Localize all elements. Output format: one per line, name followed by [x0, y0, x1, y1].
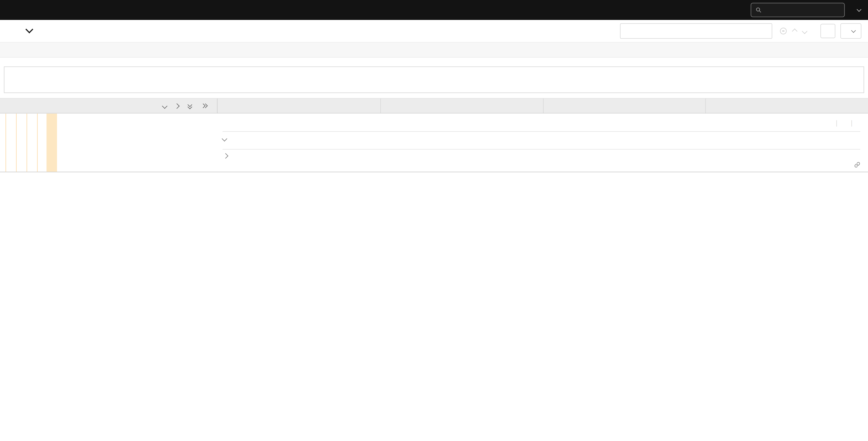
detail-content — [217, 114, 868, 172]
indent-guide — [27, 114, 27, 172]
detail-title-row — [222, 116, 860, 132]
nav-item-system-architecture[interactable] — [51, 0, 66, 20]
chevron-right-icon — [223, 153, 228, 159]
expand-all-icon[interactable] — [202, 102, 208, 109]
service-operation-header — [0, 98, 217, 113]
span-id-row — [222, 161, 860, 168]
timeline-header — [0, 98, 868, 114]
trace-lookup-input[interactable] — [764, 5, 839, 14]
about-jaeger-menu[interactable] — [853, 9, 860, 11]
chevron-down-icon — [222, 136, 227, 142]
detail-duration — [830, 119, 845, 127]
process-section[interactable] — [222, 149, 860, 158]
nav-item-monitor[interactable] — [66, 0, 82, 20]
ruler-gridline — [380, 98, 381, 113]
minimap-canvas[interactable] — [4, 66, 864, 93]
trace-minimap[interactable] — [4, 59, 864, 93]
jaeger-trace-page — [0, 0, 868, 441]
detail-indent-gutter — [0, 114, 217, 172]
find-input[interactable] — [620, 23, 772, 39]
selected-span-guide — [46, 114, 57, 172]
chevron-down-icon — [857, 7, 861, 11]
zoom-out-icon[interactable] — [780, 28, 786, 34]
minimap-ticks — [4, 59, 864, 66]
trace-lookup-box[interactable] — [750, 3, 844, 17]
collapse-one-icon[interactable] — [162, 103, 167, 109]
trace-header-controls — [620, 23, 862, 39]
top-navbar — [0, 0, 868, 20]
back-button[interactable] — [6, 31, 25, 32]
collapse-all-icon[interactable] — [187, 102, 193, 109]
indent-guide — [37, 114, 37, 172]
find-next-icon[interactable] — [802, 28, 807, 34]
nav-item-compare[interactable] — [35, 0, 51, 20]
find-controls — [780, 28, 812, 34]
trace-view-selector[interactable] — [840, 23, 862, 39]
expand-one-icon[interactable] — [174, 103, 180, 109]
trace-header — [0, 20, 868, 42]
detail-meta — [828, 119, 860, 127]
ruler-gridline — [543, 98, 543, 113]
indent-guide — [16, 114, 17, 172]
find-prev-icon[interactable] — [792, 28, 797, 34]
keyboard-shortcuts-button[interactable] — [820, 24, 835, 38]
search-icon — [755, 6, 761, 13]
span-rows — [0, 114, 868, 441]
ruler-gridline — [705, 98, 706, 113]
indent-guide — [5, 114, 6, 172]
timeline-ruler — [217, 98, 868, 113]
tree-controls — [163, 102, 212, 109]
deep-link-icon[interactable] — [854, 161, 860, 168]
nav-item-search[interactable] — [20, 0, 35, 20]
detail-start-time — [845, 119, 860, 127]
chevron-down-icon — [851, 28, 855, 32]
tags-section-toggle[interactable] — [222, 137, 860, 141]
navbar-right — [750, 3, 860, 17]
collapse-header-chevron-icon[interactable] — [25, 26, 33, 33]
span-detail-panel — [0, 114, 868, 172]
trace-summary-bar — [0, 42, 868, 58]
